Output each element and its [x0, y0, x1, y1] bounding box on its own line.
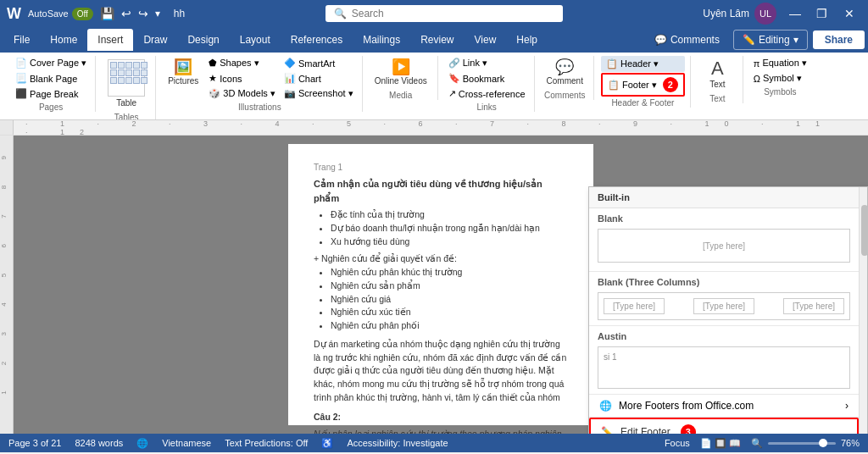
3d-label: 3D Models ▾ [223, 88, 275, 99]
comment-button[interactable]: 💬 Comment [542, 56, 588, 89]
chart-icon: 📊 [284, 73, 296, 84]
user-area: Uyên Lâm UL [703, 3, 776, 25]
page-break-button[interactable]: ⬛ Page Break [12, 86, 90, 101]
shapes-button[interactable]: ⬟ Shapes ▾ [205, 56, 279, 70]
bookmark-label: Bookmark [463, 74, 505, 84]
zoom-level: 76% [841, 438, 860, 448]
close-button[interactable]: ✕ [837, 2, 861, 25]
symbol-label: Symbol ▾ [763, 73, 802, 84]
customize-icon[interactable]: ▾ [155, 8, 160, 19]
screenshot-icon: 📷 [284, 88, 296, 99]
restore-button[interactable]: ❐ [810, 2, 834, 25]
header-button[interactable]: 📋 Header ▾ [601, 56, 685, 72]
username: Uyên Lâm [703, 8, 749, 19]
autosave-toggle[interactable]: Off [72, 8, 93, 20]
edit-footer-button[interactable]: ✏️ Edit Footer 3 [589, 418, 859, 434]
footer-label: Footer ▾ [622, 80, 657, 91]
bookmark-icon: 🔖 [448, 73, 460, 84]
blank-page-label: Blank Page [30, 74, 77, 84]
smartart-button[interactable]: 🔷 SmartArt [281, 56, 357, 70]
focus-label[interactable]: Focus [665, 438, 690, 448]
cross-reference-button[interactable]: ↗ Cross-reference [445, 86, 529, 101]
blank-page-button[interactable]: 📃 Blank Page [12, 71, 90, 86]
tab-bar: File Home Insert Draw Design Layout Refe… [0, 27, 868, 53]
ruler-area: · 1 · 2 · 3 · 4 · 5 · 6 · 7 · 8 · 9 · 10… [0, 120, 868, 136]
page-label: Trang 1 [314, 161, 568, 174]
comment-label: Comment [547, 76, 583, 86]
tab-draw[interactable]: Draw [133, 29, 177, 51]
ribbon-group-pages: 📄 Cover Page ▾ 📃 Blank Page ⬛ Page Break… [7, 56, 96, 112]
tab-mailings[interactable]: Mailings [353, 29, 410, 51]
tab-insert[interactable]: Insert [87, 29, 133, 51]
smartart-icon: 🔷 [284, 58, 296, 69]
cover-page-icon: 📄 [15, 58, 27, 69]
tab-home[interactable]: Home [40, 29, 87, 51]
status-bar-right: Focus 📄 🔲 📖 🔍 76% [665, 438, 860, 449]
blank-three-col-section: Blank (Three Columns) [Type here] [Type … [589, 272, 859, 326]
editing-button[interactable]: ✏️ Editing ▾ [733, 30, 808, 50]
link-button[interactable]: 🔗 Link ▾ [445, 56, 529, 70]
table-button[interactable]: Table [103, 56, 150, 111]
3d-models-button[interactable]: 🎲 3D Models ▾ [205, 86, 279, 101]
icons-button[interactable]: ★ Icons [205, 71, 279, 86]
window-controls: — ❐ ✕ [783, 2, 861, 25]
tab-references[interactable]: References [281, 29, 353, 51]
3d-icon: 🎲 [209, 88, 220, 99]
search-input[interactable] [352, 8, 521, 19]
comments-button[interactable]: 💬 Comments [646, 30, 728, 49]
pictures-icon: 🖼️ [174, 59, 192, 75]
title-bar-left: W AutoSave Off 💾 ↩ ↪ ▾ hh [7, 5, 185, 23]
links-col: 🔗 Link ▾ 🔖 Bookmark ↗ Cross-reference [445, 56, 529, 101]
bookmark-button[interactable]: 🔖 Bookmark [445, 71, 529, 86]
zoom-slider[interactable] [768, 442, 836, 445]
screenshot-button[interactable]: 📷 Screenshot ▾ [281, 86, 357, 101]
tab-layout[interactable]: Layout [230, 29, 281, 51]
text-button[interactable]: A Text [702, 56, 732, 92]
footer-button[interactable]: 📋 Footer ▾ 2 [601, 73, 685, 97]
symbol-icon: Ω [754, 74, 760, 84]
pictures-button[interactable]: 🖼️ Pictures [163, 56, 203, 89]
more-footers-button[interactable]: 🌐 More Footers from Office.com › [589, 395, 859, 418]
text-predictions: Text Predictions: Off [225, 438, 308, 448]
blank-preview: [Type here] [598, 229, 850, 263]
main-area: 1 2 3 4 5 6 7 8 9 Trang 1 Cảm nhận của n… [0, 136, 868, 434]
blank-page-icon: 📃 [15, 73, 27, 84]
online-videos-button[interactable]: ▶️ Online Videos [370, 56, 432, 89]
minimize-button[interactable]: — [783, 2, 807, 25]
search-icon: 🔍 [334, 8, 347, 19]
undo-icon[interactable]: ↩ [121, 7, 131, 20]
text-label: Text [709, 80, 725, 89]
pictures-label: Pictures [168, 76, 198, 86]
tab-help[interactable]: Help [506, 29, 548, 51]
accessibility-icon: ♿ [321, 438, 333, 449]
table-icon [108, 59, 145, 97]
redo-icon[interactable]: ↪ [138, 7, 148, 20]
edit-footer-label: Edit Footer [620, 426, 670, 434]
three-col-content: [Type here] [Type here] [Type here] [604, 298, 844, 314]
chart-button[interactable]: 📊 Chart [281, 71, 357, 86]
page-break-label: Page Break [30, 89, 78, 99]
doc-bullets: Đặc tính của thị trường Dự báo doanh thu… [314, 208, 568, 248]
tab-design[interactable]: Design [177, 29, 229, 51]
search-box[interactable]: 🔍 [326, 5, 563, 22]
tab-review[interactable]: Review [410, 29, 464, 51]
icons-icon: ★ [209, 73, 217, 84]
austin-label: Austin [598, 331, 850, 341]
comments-icon: 💬 [654, 34, 667, 46]
pages-label: Pages [39, 102, 63, 112]
equation-button[interactable]: π Equation ▾ [750, 56, 810, 70]
save-icon[interactable]: 💾 [100, 7, 114, 20]
tab-file[interactable]: File [3, 29, 40, 51]
tab-view[interactable]: View [465, 29, 507, 51]
table-label: Table [116, 98, 136, 108]
col2-placeholder: [Type here] [693, 298, 754, 314]
cover-page-button[interactable]: 📄 Cover Page ▾ [12, 56, 90, 70]
editing-label: Editing [759, 34, 790, 46]
dropdown-scrollbar[interactable] [859, 187, 867, 434]
pages-col: 📄 Cover Page ▾ 📃 Blank Page ⬛ Page Break [12, 56, 90, 101]
link-label: Link ▾ [463, 58, 487, 69]
autosave-label: AutoSave [28, 8, 69, 19]
view-icons: 📄 🔲 📖 [700, 438, 741, 449]
symbol-button[interactable]: Ω Symbol ▾ [750, 71, 810, 86]
share-button[interactable]: Share [813, 30, 865, 49]
